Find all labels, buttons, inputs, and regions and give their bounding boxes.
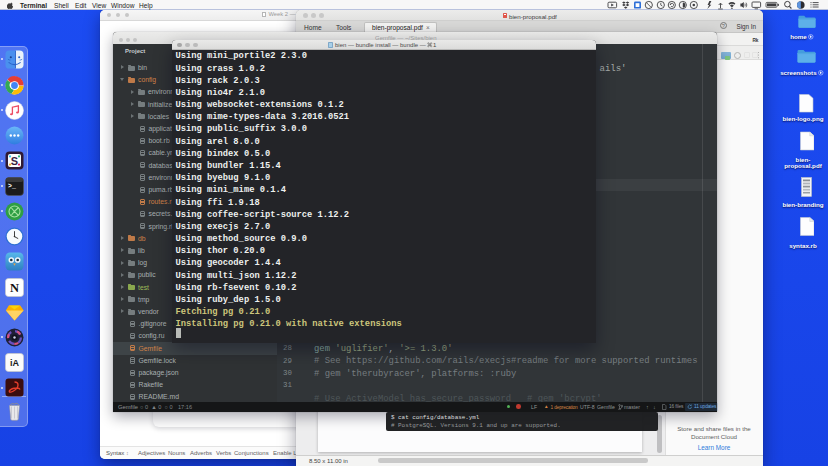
svg-text:N: N [10,281,19,295]
svg-text:>_: >_ [8,182,16,189]
svg-text:S: S [11,155,18,167]
svg-text:iA: iA [10,359,20,369]
